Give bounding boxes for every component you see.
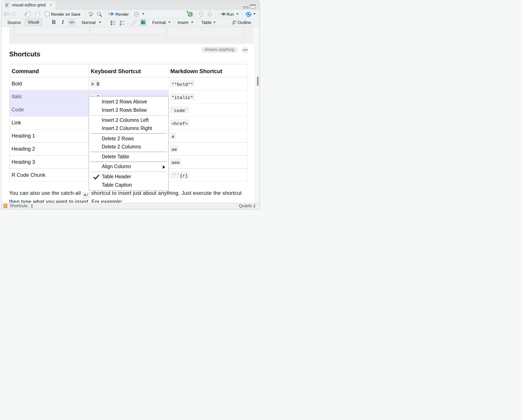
svg-text:2: 2 <box>120 23 121 25</box>
